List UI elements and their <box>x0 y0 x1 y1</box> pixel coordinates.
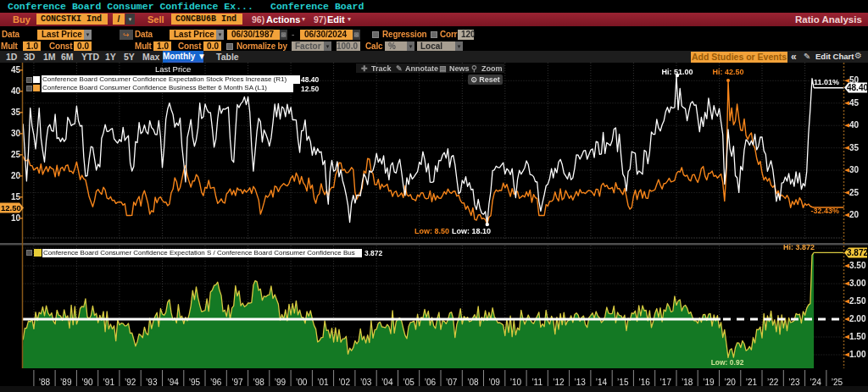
svg-text:’13: ’13 <box>575 378 587 387</box>
svg-text:Hi: 3.872: Hi: 3.872 <box>783 243 815 251</box>
svg-text:’20: ’20 <box>724 378 736 387</box>
svg-text:30: 30 <box>849 165 860 174</box>
svg-text:Hi: 42.50: Hi: 42.50 <box>712 68 743 76</box>
svg-text:’11: ’11 <box>531 378 542 387</box>
svg-text:’00: ’00 <box>296 378 308 387</box>
svg-text:’19: ’19 <box>703 378 715 387</box>
svg-text:3.872: 3.872 <box>847 248 868 257</box>
svg-text:20: 20 <box>849 210 860 219</box>
svg-text:’89: ’89 <box>60 378 72 387</box>
svg-text:’88: ’88 <box>39 378 51 387</box>
svg-text:Low: 18.10: Low: 18.10 <box>452 227 491 235</box>
svg-text:’23: ’23 <box>788 378 800 387</box>
svg-text:’97: ’97 <box>231 378 243 387</box>
svg-text:’14: ’14 <box>596 378 608 387</box>
svg-text:’90: ’90 <box>81 378 93 387</box>
svg-text:’17: ’17 <box>660 378 672 387</box>
svg-text:’18: ’18 <box>682 378 693 387</box>
svg-text:’04: ’04 <box>381 378 393 387</box>
svg-text:’16: ’16 <box>638 378 650 387</box>
svg-text:1.00: 1.00 <box>849 350 866 359</box>
svg-text:’03: ’03 <box>360 378 372 387</box>
svg-text:’09: ’09 <box>489 378 501 387</box>
svg-text:’10: ’10 <box>510 378 522 387</box>
svg-text:’21: ’21 <box>746 378 758 387</box>
svg-text:’15: ’15 <box>617 378 629 387</box>
svg-text:45: 45 <box>849 98 860 108</box>
svg-text:Hi: 51.00: Hi: 51.00 <box>661 68 693 76</box>
svg-text:25: 25 <box>849 188 860 197</box>
svg-text:’12: ’12 <box>553 378 565 387</box>
svg-text:3.00: 3.00 <box>849 279 866 288</box>
svg-text:’05: ’05 <box>403 378 415 387</box>
svg-text:48.40: 48.40 <box>847 83 868 92</box>
svg-text:’02: ’02 <box>339 378 351 387</box>
svg-text:2.00: 2.00 <box>849 314 866 323</box>
svg-text:35: 35 <box>849 143 860 152</box>
svg-text:’98: ’98 <box>253 378 265 387</box>
svg-text:Low: 8.50: Low: 8.50 <box>415 227 449 235</box>
svg-text:3.50: 3.50 <box>849 261 866 270</box>
svg-text:’07: ’07 <box>446 378 458 387</box>
svg-text:’95: ’95 <box>189 378 201 387</box>
svg-text:11.01%: 11.01% <box>814 78 839 86</box>
svg-text:’08: ’08 <box>467 378 479 387</box>
svg-text:12.50: 12.50 <box>1 203 21 213</box>
svg-text:’94: ’94 <box>167 378 179 387</box>
svg-text:’24: ’24 <box>810 378 822 387</box>
svg-text:’99: ’99 <box>275 378 287 387</box>
svg-text:’93: ’93 <box>146 378 158 387</box>
svg-text:’91: ’91 <box>103 378 115 387</box>
svg-text:1.50: 1.50 <box>849 332 866 341</box>
svg-text:2.50: 2.50 <box>849 296 866 306</box>
svg-text:’01: ’01 <box>317 378 329 387</box>
svg-text:’22: ’22 <box>767 378 779 387</box>
svg-text:-32.43%: -32.43% <box>810 207 839 215</box>
svg-text:40: 40 <box>849 120 860 130</box>
svg-text:’96: ’96 <box>210 378 222 387</box>
svg-text:’25: ’25 <box>832 378 843 387</box>
svg-text:Low: 0.92: Low: 0.92 <box>711 358 744 367</box>
svg-text:’92: ’92 <box>125 378 136 387</box>
svg-text:’06: ’06 <box>425 378 437 387</box>
